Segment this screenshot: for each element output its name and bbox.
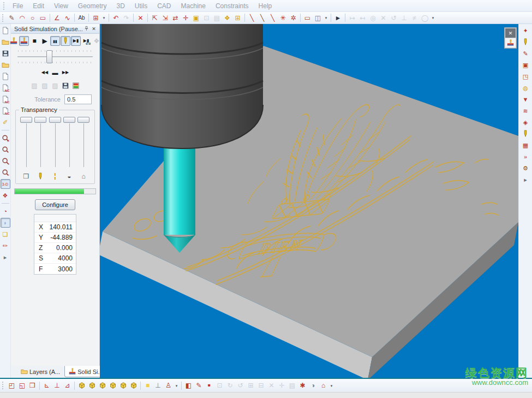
explode-view-icon[interactable]: ✱ xyxy=(297,381,308,391)
sketch-mode-icon[interactable]: ✐ xyxy=(1,117,10,127)
machine-setup-icon[interactable]: ⚙ xyxy=(521,163,530,173)
sketch-icon[interactable]: ✎ xyxy=(7,13,17,23)
holder-transparency-handle[interactable] xyxy=(49,117,61,123)
panel-close-icon[interactable]: ✕ xyxy=(90,25,98,33)
arc-icon[interactable]: ◠ xyxy=(17,13,27,23)
new-document-icon[interactable] xyxy=(1,26,10,35)
simulation-speed-slider[interactable] xyxy=(17,49,93,65)
menu-geometry[interactable]: Geometry xyxy=(73,1,112,11)
machine-home-icon[interactable]: ⌂ xyxy=(318,381,328,391)
bottom-toolbar-more-icon[interactable]: ▾ xyxy=(328,381,334,391)
circle-icon[interactable]: ○ xyxy=(27,13,38,23)
machine-transparency-icon[interactable]: ⌂ xyxy=(79,171,88,181)
panel-titlebar[interactable]: Solid Simulation (Pause... ✕ xyxy=(11,24,99,34)
view-rotate-icon[interactable]: ◱ xyxy=(17,381,27,391)
configure-button[interactable]: Configure xyxy=(35,199,75,210)
tab-layers-a[interactable]: Layers (A... xyxy=(16,366,64,377)
outline-icon[interactable]: ◫ xyxy=(313,13,323,23)
pause-playback-icon[interactable]: ▬ xyxy=(50,68,60,78)
rotate-view-icon[interactable]: ❖ xyxy=(1,191,10,200)
tool-transparency-handle[interactable] xyxy=(34,117,46,123)
measure-icon[interactable]: ✎ xyxy=(194,381,204,391)
stop-icon[interactable]: ■ xyxy=(29,36,39,46)
menu-edit[interactable]: Edit xyxy=(28,1,49,11)
cutter-transparency-icon[interactable]: ◒ xyxy=(64,171,74,181)
show-tool-icon[interactable] xyxy=(61,36,70,46)
group-icon[interactable]: ❖ xyxy=(222,13,232,23)
play-slower-icon[interactable]: ◀◀ xyxy=(40,68,50,78)
corner-snap-icon[interactable]: ✳ xyxy=(278,13,288,23)
zoom-window-icon[interactable]: ❒ xyxy=(27,381,38,391)
menu-file[interactable]: File xyxy=(8,1,28,11)
explode-snap-icon[interactable]: ✲ xyxy=(288,13,298,23)
undo-icon[interactable]: ↶ xyxy=(111,13,121,23)
trim-icon[interactable]: ╲ xyxy=(257,13,267,23)
record-video-icon[interactable]: ■ xyxy=(204,381,214,391)
tolerance-input[interactable] xyxy=(64,94,92,104)
viewport-close-icon[interactable]: ✕ xyxy=(505,28,516,38)
offset-icon[interactable]: ▭ xyxy=(302,13,313,23)
zoom-previous-icon[interactable] xyxy=(1,145,10,155)
menu-constraints[interactable]: Constraints xyxy=(211,1,254,11)
engrave-op-icon[interactable]: ✎ xyxy=(521,49,530,58)
redline-icon[interactable]: ✏ xyxy=(1,241,10,251)
annotation-icon[interactable]: ❏ xyxy=(1,229,10,239)
workplane-icon[interactable]: ■ xyxy=(142,381,153,391)
viewport-3d[interactable]: DIEN xyxy=(100,24,518,378)
select-icon[interactable]: ► xyxy=(333,13,343,23)
snap-center-icon[interactable]: ✛ xyxy=(181,13,191,23)
text-icon[interactable]: Ab xyxy=(76,13,87,23)
tool-library-icon[interactable] xyxy=(521,129,530,139)
view-top-icon[interactable] xyxy=(76,381,87,391)
modify-more-icon[interactable]: ▾ xyxy=(323,13,329,23)
save-file-icon[interactable] xyxy=(1,49,10,58)
menu-help[interactable]: Help xyxy=(254,1,277,11)
stock-transparency-icon[interactable]: ❒ xyxy=(21,171,31,181)
menu-3d[interactable]: 3D xyxy=(112,1,130,11)
view-front-icon[interactable] xyxy=(118,381,128,391)
constraints-more-icon[interactable]: ▾ xyxy=(430,13,436,23)
save-stock-icon[interactable] xyxy=(61,81,70,91)
zoom-extents-icon[interactable]: ✕ xyxy=(1,133,10,143)
nc-editor-icon[interactable]: NC xyxy=(1,106,10,116)
simulate-3d-icon[interactable]: ▦ xyxy=(521,140,530,150)
view-more-icon[interactable]: ▾ xyxy=(174,381,180,391)
machine-3d-op-icon[interactable]: ◈ xyxy=(521,117,530,127)
clip-plane-icon[interactable]: ◧ xyxy=(183,381,194,391)
single-step-icon[interactable]: ▶▮0-0 xyxy=(81,36,91,46)
translate-icon[interactable]: ⇄ xyxy=(170,13,181,23)
view-3d-icon[interactable]: 3-D xyxy=(1,179,10,189)
playback-slider-handle[interactable] xyxy=(46,50,52,63)
zoom-out-icon[interactable]: − xyxy=(1,168,10,177)
post-process-icon[interactable]: » xyxy=(521,152,530,162)
pocket-op-icon[interactable]: ▣ xyxy=(521,60,530,70)
zoom-in-icon[interactable]: + xyxy=(1,156,10,166)
texture-op-icon[interactable]: ≋ xyxy=(521,106,530,116)
view-right-icon[interactable] xyxy=(107,381,118,391)
vcarve-op-icon[interactable]: ▼ xyxy=(521,94,530,104)
move-node-icon[interactable]: ⇱ xyxy=(150,13,160,23)
view-left-icon[interactable] xyxy=(97,381,107,391)
menu-view[interactable]: View xyxy=(49,1,73,11)
dimension-icon[interactable]: ⊞ xyxy=(91,13,101,23)
copy-document-icon[interactable] xyxy=(1,72,10,81)
stock-transparency-handle[interactable] xyxy=(20,117,32,123)
view-back-icon[interactable] xyxy=(128,381,139,391)
menu-machine[interactable]: Machine xyxy=(176,1,211,11)
shaded-view-icon[interactable]: ◗ xyxy=(1,218,10,228)
machining-wizard-icon[interactable]: ✦ xyxy=(521,26,530,35)
construction-line-icon[interactable]: ∠ xyxy=(52,13,62,23)
spline-icon[interactable]: ∿ xyxy=(62,13,73,23)
section-view-icon[interactable]: ◑ xyxy=(308,381,318,391)
island-op-icon[interactable]: ◍ xyxy=(521,83,530,93)
axis-triad-icon[interactable]: ⊾ xyxy=(41,381,52,391)
render-options-icon[interactable]: ◔ xyxy=(1,206,10,216)
stock-report-icon[interactable] xyxy=(71,81,81,91)
machine-transparency-handle[interactable] xyxy=(77,117,89,123)
drilling-op-icon[interactable] xyxy=(521,37,530,47)
axis-origin-icon[interactable]: ⊥ xyxy=(52,381,62,391)
import-file-icon[interactable] xyxy=(1,60,10,70)
view-bottom-icon[interactable] xyxy=(87,381,97,391)
drop-to-surface-icon[interactable]: ⊥ xyxy=(153,381,163,391)
rectangle-icon[interactable]: ▭ xyxy=(38,13,48,23)
